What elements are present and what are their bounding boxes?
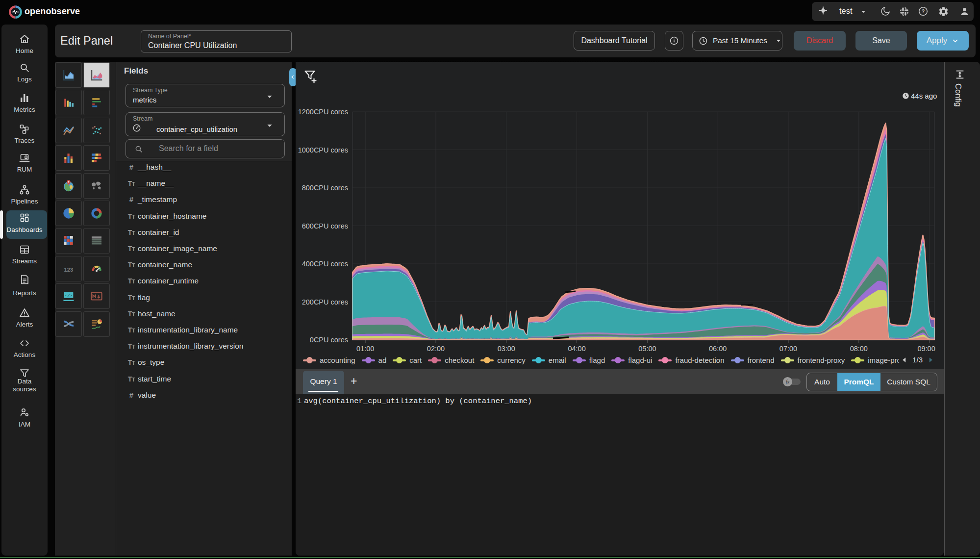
svg-text:01:00: 01:00: [356, 345, 374, 353]
svg-text:09:00: 09:00: [917, 345, 935, 353]
svg-text:</>: </>: [65, 294, 72, 298]
svg-text:400CPU cores: 400CPU cores: [302, 260, 348, 268]
svg-text:02:00: 02:00: [427, 345, 445, 353]
svg-text:123: 123: [64, 267, 74, 273]
svg-text:06:00: 06:00: [709, 345, 727, 353]
svg-text:08:00: 08:00: [850, 345, 868, 353]
svg-text:?: ?: [922, 9, 925, 14]
svg-text:800CPU cores: 800CPU cores: [302, 184, 348, 192]
svg-text:1200CPU cores: 1200CPU cores: [298, 108, 348, 116]
svg-text:05:00: 05:00: [638, 345, 656, 353]
svg-text:03:00: 03:00: [498, 345, 515, 353]
svg-text:07:00: 07:00: [779, 345, 797, 353]
svg-text:04:00: 04:00: [568, 345, 585, 353]
svg-text:1000CPU cores: 1000CPU cores: [298, 146, 348, 154]
svg-text:0CPU cores: 0CPU cores: [310, 336, 348, 344]
svg-text:200CPU cores: 200CPU cores: [302, 298, 348, 306]
svg-text:600CPU cores: 600CPU cores: [302, 222, 348, 230]
